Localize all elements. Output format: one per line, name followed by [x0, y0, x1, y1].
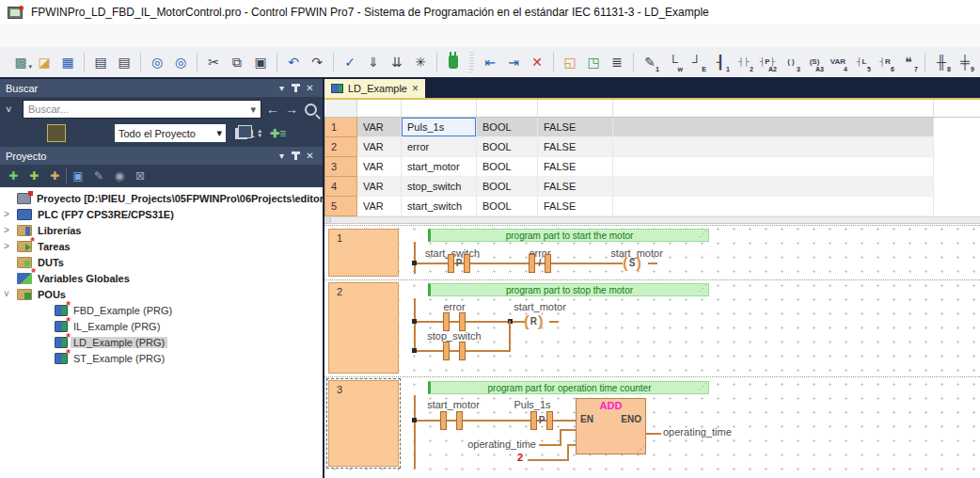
network-2-comment[interactable]: program part to stop the motor⋰ — [428, 283, 709, 296]
network-3-comment[interactable]: program part for operation time counter⋰ — [428, 381, 709, 394]
vertical-line-button[interactable]: ┨ 1 — [709, 51, 732, 73]
tab-ld-example[interactable]: LD_Example × — [324, 79, 425, 98]
contact-label[interactable]: Puls_1s — [514, 399, 550, 410]
print-button[interactable]: ▤ — [113, 51, 135, 73]
project-tree-item[interactable]: > PLC (FP7 CPS3RE/CPS31E) — [0, 206, 323, 222]
add-plc-button[interactable]: ✚ — [4, 167, 23, 185]
coil-set[interactable]: S — [623, 255, 641, 272]
menu-item[interactable] — [60, 33, 79, 39]
project-tree-item[interactable]: IL_Example (PRG) — [0, 318, 323, 334]
column-header[interactable] — [402, 100, 477, 117]
spread-vertical-button[interactable]: ╫ 8 — [930, 51, 953, 73]
insert-network-before-button[interactable]: ◱ — [559, 51, 581, 73]
comment-button[interactable]: ❝ 7 — [897, 51, 920, 73]
cell-inicial[interactable]: FALSE — [538, 197, 613, 216]
coil-reset[interactable]: R — [524, 313, 544, 330]
pane-pin-icon[interactable] — [294, 152, 297, 160]
find-previous-button[interactable]: ← — [265, 102, 280, 117]
check-code-button[interactable]: ✓ — [339, 51, 361, 73]
column-header[interactable] — [538, 100, 613, 117]
spread-horizontal-button[interactable]: ╪ 9 — [954, 51, 976, 73]
menu-item[interactable] — [173, 33, 192, 39]
cell-inicial[interactable]: FALSE — [538, 157, 613, 177]
tree-chevron-icon[interactable]: > — [4, 225, 17, 235]
pane-menu-icon[interactable]: ▾ — [275, 83, 289, 93]
regex-button[interactable] — [68, 124, 87, 142]
undo-button[interactable]: ↶ — [282, 51, 305, 73]
new-project-button[interactable]: ▩ ▾ — [9, 51, 32, 73]
column-header[interactable] — [357, 100, 402, 117]
contact-pulse-button[interactable]: ┤P├ A2 — [756, 51, 779, 73]
download-program-button[interactable]: ⇊ — [386, 51, 408, 73]
paste-button[interactable]: ▣ — [249, 51, 272, 73]
menu-item[interactable] — [41, 33, 60, 39]
project-tree-item[interactable]: ST_Example (PRG) — [0, 350, 323, 366]
row-number-cell[interactable]: 1 — [324, 118, 357, 137]
contact-label[interactable]: stop_switch — [427, 330, 481, 342]
contact-pulse[interactable]: P — [448, 255, 470, 272]
new-row-marker[interactable] — [324, 217, 331, 224]
insert-network-after-button[interactable]: ◳ — [582, 51, 605, 73]
whole-word-button[interactable] — [26, 124, 45, 142]
project-tree-item[interactable]: > Librerías — [0, 222, 323, 238]
cell-tipo[interactable]: BOOL — [477, 118, 538, 137]
project-tree-item[interactable]: DUTs — [0, 254, 323, 270]
tab-close-icon[interactable]: × — [412, 82, 419, 95]
cell-identificador[interactable]: stop_switch — [402, 177, 477, 197]
column-header[interactable] — [477, 100, 538, 117]
contact-label[interactable]: start_motor — [427, 399, 480, 410]
add-function-block[interactable]: ADD EN ENO ⋰ — [576, 398, 646, 454]
cell-clase[interactable]: VAR — [357, 118, 402, 137]
rename-object-button[interactable]: ✎ — [89, 167, 108, 185]
project-tree-item[interactable]: LD_Example (PRG) — [0, 334, 323, 350]
menu-item[interactable] — [23, 33, 41, 39]
add-task-button[interactable]: ✚ — [45, 167, 64, 185]
cell-comentario[interactable] — [613, 197, 934, 216]
coil-latch-button[interactable]: ┤L 5 — [850, 51, 873, 73]
row-number-cell[interactable]: 3 — [324, 157, 357, 177]
network-1-number-cell[interactable]: 1 — [328, 229, 399, 277]
table-corner-cell[interactable] — [324, 100, 357, 117]
network-comment-list-button[interactable]: ≣ — [606, 51, 628, 73]
contact-pulse[interactable]: P — [530, 412, 553, 429]
cell-clase[interactable]: VAR — [357, 177, 402, 197]
search-history-caret-icon[interactable]: ▾ — [250, 104, 256, 116]
cell-clase[interactable]: VAR — [357, 157, 402, 177]
cell-clase[interactable]: VAR — [357, 197, 402, 216]
zoom-page-button[interactable]: ◎ — [146, 51, 168, 73]
contact-stop-switch[interactable] — [443, 343, 466, 359]
menu-item[interactable] — [154, 33, 173, 39]
variable-box-button[interactable]: VAR 4 — [827, 51, 849, 73]
contact-button[interactable]: ┤├ 2 — [733, 51, 755, 73]
menu-item[interactable] — [98, 33, 117, 39]
redo-button[interactable]: ↷ — [306, 51, 328, 73]
delete-network-button[interactable]: ✕ — [526, 51, 548, 73]
resize-handle-icon[interactable]: ⋰ — [637, 445, 644, 454]
pane-close-icon[interactable]: ✕ — [303, 83, 317, 93]
network-3-number-cell[interactable]: 3 — [328, 380, 399, 467]
cell-comentario[interactable] — [613, 157, 934, 177]
network-1-comment[interactable]: program part to start the motor⋰ — [428, 229, 709, 242]
cell-comentario[interactable] — [613, 118, 934, 137]
cell-inicial[interactable]: FALSE — [538, 137, 613, 157]
menu-item[interactable] — [135, 33, 154, 39]
tree-chevron-icon[interactable]: ˅ — [4, 289, 17, 299]
cell-comentario[interactable] — [613, 137, 934, 157]
copy-button[interactable]: ⧉ — [226, 51, 248, 73]
resize-handle-icon[interactable]: ⋰ — [699, 230, 706, 238]
pane-menu-icon[interactable]: ▾ — [275, 151, 289, 161]
search-icon[interactable] — [305, 104, 317, 116]
tree-chevron-icon[interactable]: > — [4, 209, 17, 219]
column-header[interactable] — [613, 100, 934, 117]
add-to-list-icon[interactable]: ✚≡ — [270, 127, 286, 140]
pane-close-icon[interactable]: ✕ — [303, 151, 317, 161]
menu-item[interactable] — [117, 33, 135, 39]
cell-inicial[interactable]: FALSE — [538, 118, 613, 137]
spinner-down-icon[interactable]: ▼ — [257, 134, 262, 138]
contact-negated[interactable]: / — [529, 255, 551, 272]
print-setup-button[interactable]: ▤ — [89, 51, 112, 73]
wildcard-button[interactable] — [88, 124, 107, 142]
count-spinner[interactable]: ▲▼ — [257, 129, 262, 138]
input-constant-label[interactable]: 2 — [517, 452, 523, 463]
project-tree-item[interactable]: FBD_Example (PRG) — [0, 302, 323, 318]
